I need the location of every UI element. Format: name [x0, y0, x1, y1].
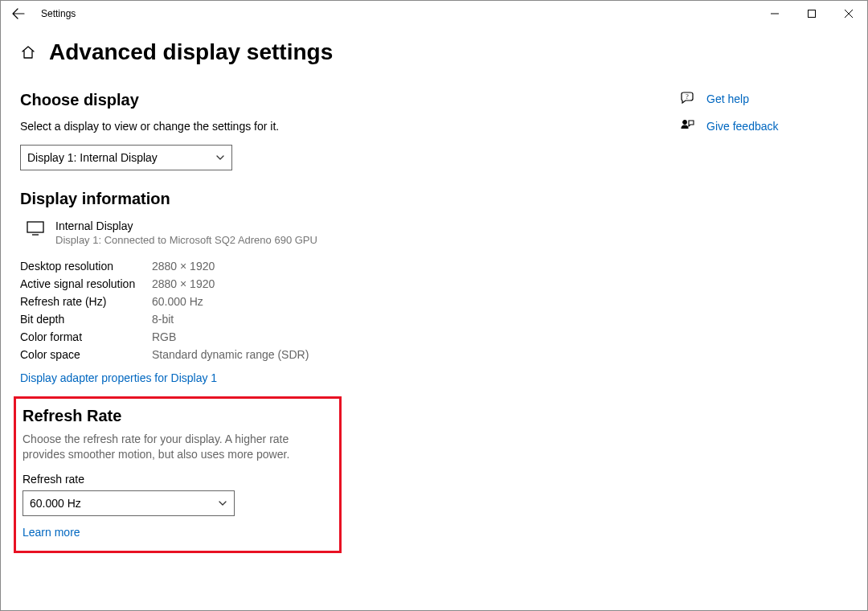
chevron-down-icon: [215, 153, 225, 162]
monitor-icon: [27, 221, 44, 236]
choose-display-heading: Choose display: [20, 91, 647, 109]
get-help-label: Get help: [706, 92, 749, 105]
settings-window: Settings Advanced display settings Choos…: [0, 0, 868, 611]
refresh-rate-selected: 60.000 Hz: [30, 497, 81, 510]
table-row: Color formatRGB: [20, 328, 647, 346]
maximize-button[interactable]: [793, 1, 830, 27]
page-body: Choose display Select a display to view …: [1, 72, 867, 553]
back-arrow-icon: [12, 7, 25, 20]
row-value: RGB: [152, 330, 176, 343]
display-name: Internal Display: [55, 219, 317, 232]
give-feedback-label: Give feedback: [706, 120, 779, 133]
choose-display-selected: Display 1: Internal Display: [27, 151, 158, 164]
refresh-rate-description: Choose the refresh rate for your display…: [23, 432, 328, 463]
refresh-rate-dropdown[interactable]: 60.000 Hz: [23, 490, 235, 516]
choose-display-dropdown[interactable]: Display 1: Internal Display: [20, 145, 232, 170]
feedback-icon: [679, 118, 695, 134]
svg-text:?: ?: [686, 93, 689, 100]
row-value: 60.000 Hz: [152, 295, 203, 308]
table-row: Color spaceStandard dynamic range (SDR): [20, 346, 647, 363]
chevron-down-icon: [218, 498, 227, 508]
window-controls: [756, 1, 867, 27]
row-key: Refresh rate (Hz): [20, 295, 152, 308]
table-row: Bit depth8-bit: [20, 310, 647, 328]
row-value: 2880 × 1920: [152, 277, 215, 290]
adapter-properties-link[interactable]: Display adapter properties for Display 1: [20, 371, 217, 384]
help-icon: ?: [679, 91, 695, 107]
table-row: Active signal resolution2880 × 1920: [20, 275, 647, 293]
side-column: ? Get help Give feedback: [679, 72, 856, 553]
table-row: Desktop resolution2880 × 1920: [20, 257, 647, 275]
display-connection: Display 1: Connected to Microsoft SQ2 Ad…: [55, 234, 317, 246]
table-row: Refresh rate (Hz)60.000 Hz: [20, 293, 647, 310]
minimize-button[interactable]: [756, 1, 793, 27]
row-key: Color format: [20, 330, 152, 343]
display-info-header: Internal Display Display 1: Connected to…: [27, 219, 647, 246]
refresh-rate-heading: Refresh Rate: [23, 407, 333, 425]
main-column: Choose display Select a display to view …: [20, 72, 647, 553]
close-button[interactable]: [830, 1, 867, 27]
maximize-icon: [808, 10, 816, 18]
svg-rect-1: [27, 222, 43, 232]
display-info-block: Internal Display Display 1: Connected to…: [20, 219, 647, 385]
learn-more-link[interactable]: Learn more: [23, 526, 80, 539]
page-title: Advanced display settings: [49, 39, 333, 65]
page-header: Advanced display settings: [1, 27, 867, 72]
titlebar: Settings: [1, 1, 867, 27]
refresh-rate-label: Refresh rate: [23, 473, 333, 486]
close-icon: [845, 10, 853, 18]
svg-rect-0: [809, 10, 816, 18]
app-title: Settings: [41, 8, 76, 19]
choose-display-description: Select a display to view or change the s…: [20, 119, 647, 135]
get-help-link[interactable]: ? Get help: [679, 91, 856, 107]
display-info-table: Desktop resolution2880 × 1920 Active sig…: [20, 257, 647, 363]
back-button[interactable]: [1, 1, 36, 27]
refresh-rate-section: Refresh Rate Choose the refresh rate for…: [14, 396, 342, 553]
row-key: Color space: [20, 348, 152, 361]
give-feedback-link[interactable]: Give feedback: [679, 118, 856, 134]
row-key: Bit depth: [20, 313, 152, 326]
home-icon: [20, 44, 36, 60]
row-key: Active signal resolution: [20, 277, 152, 290]
home-button[interactable]: [20, 44, 36, 60]
svg-point-3: [683, 121, 687, 125]
row-key: Desktop resolution: [20, 260, 152, 273]
row-value: Standard dynamic range (SDR): [152, 348, 309, 361]
row-value: 8-bit: [152, 313, 174, 326]
row-value: 2880 × 1920: [152, 260, 215, 273]
minimize-icon: [771, 10, 779, 18]
display-info-heading: Display information: [20, 190, 647, 208]
